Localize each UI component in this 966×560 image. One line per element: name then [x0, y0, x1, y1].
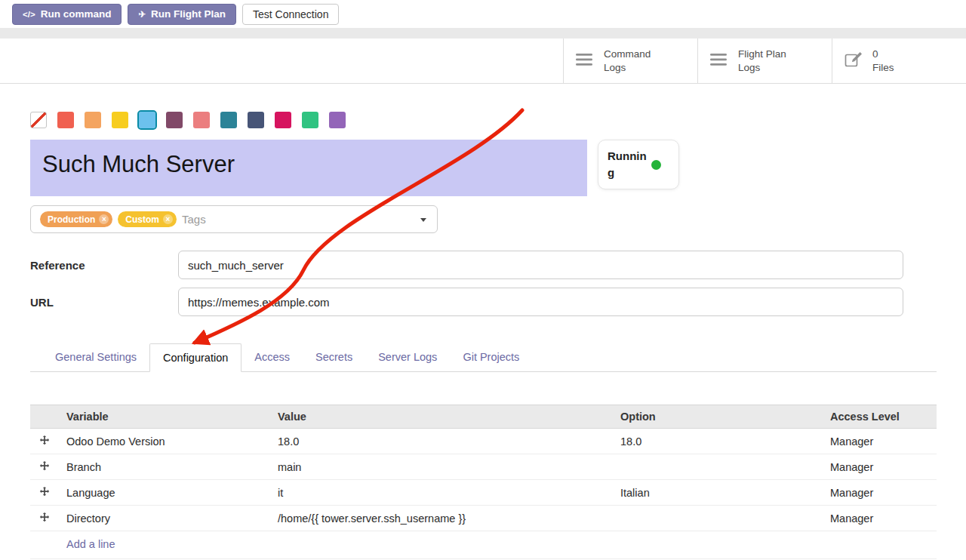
handle-column-header: [30, 405, 59, 429]
cell-variable[interactable]: Language: [59, 480, 270, 506]
config-table: Variable Value Option Access Level Odoo …: [30, 405, 937, 559]
cell-value[interactable]: 18.0: [270, 429, 613, 454]
title-row: Such Much Server Running: [30, 140, 937, 196]
cell-value[interactable]: /home/{{ tower.server.ssh_username }}: [270, 506, 613, 531]
server-name-input[interactable]: Such Much Server: [30, 140, 587, 196]
color-swatch-fuchsia[interactable]: [275, 112, 291, 128]
status-running-dot: [651, 160, 661, 170]
color-swatch-red[interactable]: [57, 112, 74, 128]
cell-option[interactable]: [613, 454, 823, 480]
tag-production[interactable]: Production ×: [40, 211, 112, 227]
url-label: URL: [30, 296, 178, 309]
edit-icon: [844, 51, 863, 71]
tags-placeholder: Tags: [182, 213, 206, 226]
tab-general-settings[interactable]: General Settings: [42, 343, 149, 371]
test-connection-button[interactable]: Test Connection: [242, 4, 339, 25]
flight-plan-logs-label: Flight Plan Logs: [738, 48, 786, 74]
code-icon: </>: [23, 10, 35, 19]
stat-line: 0: [872, 48, 894, 61]
run-flight-plan-button[interactable]: ✈ Run Flight Plan: [128, 4, 236, 25]
notebook-tabs: General Settings Configuration Access Se…: [30, 343, 937, 372]
field-group: Reference URL: [30, 251, 937, 316]
flight-plan-logs-button[interactable]: Flight Plan Logs: [697, 38, 832, 83]
table-row: Directory /home/{{ tower.server.ssh_user…: [30, 506, 937, 531]
stat-line: Command: [604, 48, 651, 61]
status-card: Running: [598, 140, 679, 189]
tab-access[interactable]: Access: [242, 343, 303, 371]
record-header: Command Logs Flight Plan Logs 0 Files: [0, 38, 966, 84]
color-swatch-yellow[interactable]: [112, 112, 128, 128]
add-line-row: Add a line: [30, 531, 937, 559]
cell-option[interactable]: 18.0: [613, 429, 823, 454]
list-icon: [576, 53, 594, 69]
color-swatch-none[interactable]: [30, 112, 47, 128]
command-logs-button[interactable]: Command Logs: [563, 38, 697, 83]
color-palette: [30, 112, 937, 128]
remove-tag-icon[interactable]: ×: [163, 214, 173, 224]
color-swatch-dark-purple[interactable]: [166, 112, 183, 128]
cell-access-level[interactable]: Manager: [823, 480, 937, 506]
cell-option[interactable]: [613, 506, 823, 531]
cell-variable[interactable]: Odoo Demo Version: [59, 429, 270, 454]
color-swatch-teal[interactable]: [220, 112, 237, 128]
drag-handle-icon[interactable]: [30, 506, 59, 531]
drag-handle-icon[interactable]: [30, 429, 59, 454]
table-header-row: Variable Value Option Access Level: [30, 405, 937, 429]
drag-handle-icon[interactable]: [30, 480, 59, 506]
tab-configuration[interactable]: Configuration: [149, 343, 242, 372]
column-header-variable: Variable: [59, 405, 270, 429]
form-sheet: Such Much Server Running Production × Cu…: [0, 112, 966, 559]
tab-secrets[interactable]: Secrets: [303, 343, 365, 371]
divider-strip: [0, 28, 966, 38]
color-swatch-salmon[interactable]: [193, 112, 210, 128]
test-connection-label: Test Connection: [253, 8, 328, 20]
cell-variable[interactable]: Branch: [59, 454, 270, 480]
dropdown-caret-icon[interactable]: [420, 218, 426, 222]
tags-input[interactable]: Production × Custom × Tags: [30, 205, 438, 233]
top-toolbar: </> Run command ✈ Run Flight Plan Test C…: [0, 0, 966, 28]
cell-value[interactable]: main: [270, 454, 613, 480]
reference-input[interactable]: [178, 251, 903, 279]
remove-tag-icon[interactable]: ×: [99, 214, 109, 224]
stat-line: Logs: [604, 61, 651, 75]
plane-icon: ✈: [138, 9, 146, 20]
url-row: URL: [30, 288, 937, 316]
stat-line: Files: [872, 61, 894, 75]
cell-access-level[interactable]: Manager: [823, 506, 937, 531]
url-input[interactable]: [178, 288, 903, 316]
color-swatch-purple[interactable]: [329, 112, 346, 128]
color-swatch-light-blue-selected[interactable]: [139, 112, 155, 128]
tag-label: Production: [48, 214, 95, 225]
cell-access-level[interactable]: Manager: [823, 429, 937, 454]
tag-label: Custom: [125, 214, 159, 225]
stat-line: Flight Plan: [738, 48, 786, 61]
color-swatch-green[interactable]: [302, 112, 318, 128]
color-swatch-orange[interactable]: [85, 112, 101, 128]
cell-value[interactable]: it: [270, 480, 613, 506]
column-header-value: Value: [270, 405, 613, 429]
stat-line: Logs: [738, 61, 786, 75]
tag-custom[interactable]: Custom ×: [118, 211, 177, 227]
tab-git-projects[interactable]: Git Projects: [450, 343, 532, 371]
table-row: Language it Italian Manager: [30, 480, 937, 506]
table-row: Odoo Demo Version 18.0 18.0 Manager: [30, 429, 937, 454]
column-header-option: Option: [613, 405, 823, 429]
list-icon: [710, 53, 728, 69]
status-label: Running: [608, 148, 647, 181]
command-logs-label: Command Logs: [604, 48, 651, 74]
files-label: 0 Files: [872, 48, 894, 74]
column-header-access-level: Access Level: [823, 405, 937, 429]
run-command-label: Run command: [41, 8, 112, 20]
reference-row: Reference: [30, 251, 937, 279]
files-button[interactable]: 0 Files: [832, 38, 966, 83]
color-swatch-navy[interactable]: [248, 112, 264, 128]
add-a-line-link[interactable]: Add a line: [30, 531, 937, 559]
run-command-button[interactable]: </> Run command: [12, 4, 122, 25]
tab-server-logs[interactable]: Server Logs: [365, 343, 450, 371]
cell-option[interactable]: Italian: [613, 480, 823, 506]
cell-variable[interactable]: Directory: [59, 506, 270, 531]
run-flight-plan-label: Run Flight Plan: [151, 8, 226, 20]
cell-access-level[interactable]: Manager: [823, 454, 937, 480]
drag-handle-icon[interactable]: [30, 454, 59, 480]
table-row: Branch main Manager: [30, 454, 937, 480]
